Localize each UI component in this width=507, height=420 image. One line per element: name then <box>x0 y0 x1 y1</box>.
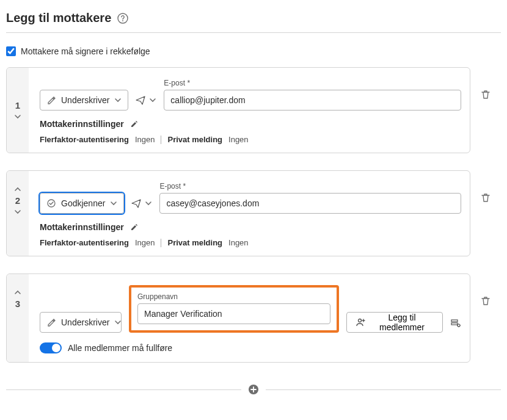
page-title: Legg til mottakere <box>6 11 111 25</box>
separator <box>161 239 161 247</box>
add-members-button[interactable]: Legg til medlemmer <box>346 312 443 333</box>
mfa-label: Flerfaktor-autentisering <box>40 135 129 144</box>
recipient-card: 1 Underskriver E-post * M <box>6 67 470 153</box>
order-column: 2 <box>7 171 29 256</box>
delete-icon[interactable] <box>480 192 491 203</box>
role-select-label: Underskriver <box>61 317 109 327</box>
chevron-down-icon <box>114 319 122 326</box>
help-icon[interactable] <box>117 13 128 24</box>
order-number: 2 <box>15 195 20 206</box>
mfa-value: Ingen <box>135 135 155 144</box>
signer-icon <box>46 95 56 105</box>
svg-point-6 <box>458 324 460 327</box>
order-column: 1 <box>7 68 29 153</box>
divider <box>6 32 501 33</box>
sign-order-checkbox[interactable] <box>6 46 16 56</box>
recipient-settings-label: Mottakerinnstillinger <box>40 222 124 232</box>
sign-order-label: Mottakere må signere i rekkefølge <box>21 46 150 56</box>
recipient-settings-label: Mottakerinnstillinger <box>40 119 124 129</box>
sign-order-checkbox-row[interactable]: Mottakere må signere i rekkefølge <box>6 44 501 67</box>
add-person-icon <box>356 317 365 327</box>
group-options-icon[interactable] <box>450 318 461 333</box>
signer-icon <box>46 317 56 327</box>
group-name-field[interactable] <box>137 303 330 324</box>
email-label: E-post * <box>164 79 461 87</box>
role-select[interactable]: Godkjenner <box>40 193 124 214</box>
recipient-card: 2 Godkjenner E-post * Mot <box>6 170 470 256</box>
private-message-value: Ingen <box>228 238 249 247</box>
svg-rect-4 <box>451 320 458 322</box>
private-message-label: Privat melding <box>167 238 222 247</box>
delete-icon[interactable] <box>480 89 491 100</box>
svg-point-3 <box>359 319 362 322</box>
private-message-value: Ingen <box>228 135 249 144</box>
email-label: E-post * <box>159 182 461 190</box>
svg-point-1 <box>122 20 123 21</box>
divider <box>266 389 501 390</box>
svg-rect-5 <box>451 323 458 325</box>
email-field[interactable] <box>159 193 461 214</box>
edit-icon[interactable] <box>130 223 139 231</box>
mfa-value: Ingen <box>135 238 155 247</box>
add-members-label: Legg til medlemmer <box>370 313 434 332</box>
send-icon[interactable] <box>136 95 145 105</box>
chevron-down-icon[interactable] <box>14 113 21 120</box>
mfa-label: Flerfaktor-autentisering <box>40 238 129 247</box>
role-select[interactable]: Underskriver <box>40 90 128 110</box>
group-name-highlight: Gruppenavn <box>129 285 339 333</box>
chevron-up-icon[interactable] <box>14 186 21 193</box>
order-number: 1 <box>15 100 20 110</box>
chevron-down-icon <box>110 200 117 207</box>
approver-icon <box>46 198 56 208</box>
role-select-label: Underskriver <box>61 95 109 105</box>
chevron-down-icon[interactable] <box>145 200 152 207</box>
order-column: 3 <box>7 274 29 362</box>
group-name-label: Gruppenavn <box>137 292 330 301</box>
recipient-card: 3 Underskriver Gruppenavn Legg til med <box>6 273 470 363</box>
email-field[interactable] <box>164 90 461 110</box>
delete-icon[interactable] <box>480 295 491 306</box>
send-icon[interactable] <box>131 198 141 208</box>
divider <box>6 389 241 390</box>
chevron-down-icon[interactable] <box>149 96 156 104</box>
chevron-up-icon[interactable] <box>14 289 21 296</box>
all-members-toggle[interactable] <box>40 342 62 353</box>
role-select-label: Godkjenner <box>61 198 105 208</box>
chevron-down-icon[interactable] <box>14 208 21 215</box>
chevron-down-icon <box>114 96 122 104</box>
order-number: 3 <box>15 299 20 309</box>
role-select[interactable]: Underskriver <box>40 312 122 333</box>
private-message-label: Privat melding <box>167 135 222 144</box>
separator <box>161 136 161 144</box>
edit-icon[interactable] <box>130 120 139 128</box>
all-members-label: Alle medlemmer må fullføre <box>68 343 172 353</box>
add-recipient-icon[interactable] <box>247 383 260 396</box>
